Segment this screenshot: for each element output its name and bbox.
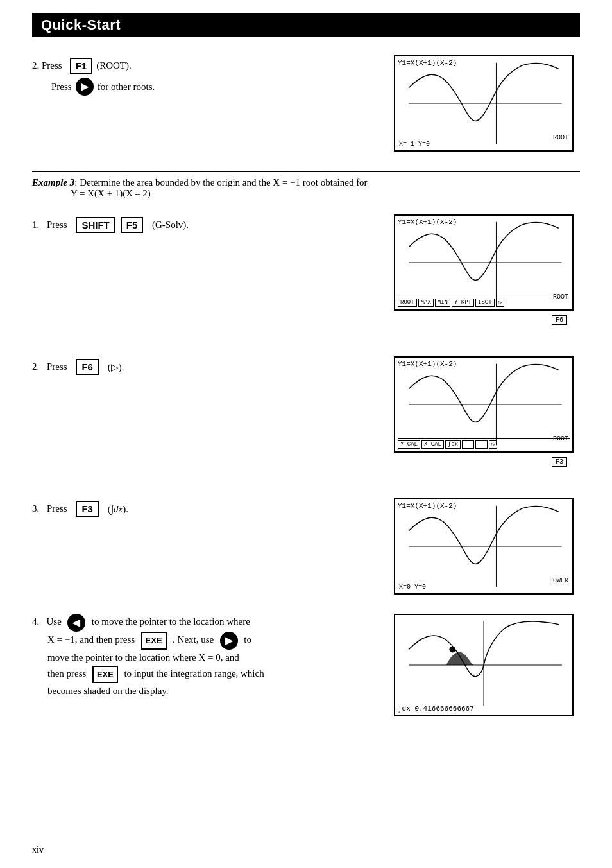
menu-max: MAX [418, 299, 434, 307]
menu2-arrow: ▷ [489, 440, 497, 449]
ex3-step4-line3: move the pointer to the location where X… [47, 650, 289, 666]
left-arrow-key: ◀ [67, 614, 85, 632]
ex3-step4-line1: 4. Use ◀ to move the pointer to the loca… [32, 614, 289, 632]
ex3-step1-screen-wrapper: Y1=X(X+1)(X-2) ROOT ROOT MAX MIN Y-KPT I… [394, 214, 580, 324]
ex3-step3-section: 3. Press F3 (∫dx). Y1=X(X+1)(X-2) LOWER … [32, 498, 580, 595]
ex3-screen1-title: Y1=X(X+1)(X-2) [398, 218, 457, 226]
ex3-step4-line2-c: to [244, 634, 251, 645]
step2-root-screen: Y1=X(X+1)(X-2) ROOT X=-1 Y=0 [394, 55, 574, 152]
ex3-screen2-menu: Y-CAL X-CAL ∫dx ▷ [398, 438, 570, 449]
example3-label: Example [32, 177, 67, 187]
ex3-step4-text: 4. Use ◀ to move the pointer to the loca… [32, 614, 302, 699]
menu2-empty2 [475, 440, 488, 449]
ex3-step1-before: Press [47, 220, 67, 230]
f1-key: F1 [70, 58, 93, 74]
page-title: Quick-Start [41, 17, 121, 33]
example3-block: Example 3: Determine the area bounded by… [32, 171, 580, 199]
menu-root: ROOT [398, 299, 417, 307]
step2-sub-before: Press [51, 82, 72, 92]
ex3-step4-line3-text: move the pointer to the location where X… [47, 652, 239, 663]
ex3-step4-use: Use [47, 616, 62, 627]
ex3-step4-screen: ∫dx=0.416666666667 [394, 614, 574, 716]
ex3-step1-text: 1. Press SHIFT F5 (G-Solv). [32, 214, 394, 237]
right-arrow-key: ▶ [76, 78, 94, 96]
menu-arrow: ▷ [496, 299, 504, 307]
step2-sub-after: for other roots. [98, 82, 155, 92]
screen1-graph [395, 56, 572, 150]
exe-key2: EXE [92, 666, 118, 683]
ex3-screen3-title: Y1=X(X+1)(X-2) [398, 502, 457, 510]
step2-root-section: 2. Press F1 (ROOT). Press ▶ for other ro… [32, 55, 580, 152]
ex3-step3-screen-wrapper: Y1=X(X+1)(X-2) LOWER X=0 Y=0 [394, 498, 580, 595]
step2-root-text: 2. Press F1 (ROOT). Press ▶ for other ro… [32, 55, 394, 100]
ex3-screen3-label: LOWER [549, 577, 568, 584]
page-number: xiv [32, 845, 44, 855]
ex3-step4-line4-a: then press [47, 668, 86, 679]
f5-key: F5 [121, 217, 144, 233]
ex3-step2-number: 2. [32, 361, 39, 372]
ex3-step1-after: (G-Solv). [152, 220, 189, 230]
example3-title-line: Example 3: Determine the area bounded by… [32, 177, 580, 188]
right-arrow-key2: ▶ [220, 632, 238, 650]
screen1-label: ROOT [553, 134, 568, 141]
f6-badge: F6 [552, 315, 567, 325]
f3-key: F3 [76, 501, 99, 517]
menu2-xcal: X-CAL [421, 440, 444, 449]
ex3-step2-before: Press [47, 361, 67, 372]
menu2-intdx: ∫dx [445, 440, 461, 449]
ex3-step4-text2: to move the pointer to the location wher… [92, 616, 250, 627]
page: Quick-Start 2. Press F1 (ROOT). Press ▶ … [0, 0, 612, 868]
example3-equation: Y = X(X + 1)(X – 2) [71, 188, 580, 199]
ex3-screen1-graph [395, 216, 572, 309]
ex3-screen2-title: Y1=X(X+1)(X-2) [398, 360, 457, 368]
ex3-step1-screen: Y1=X(X+1)(X-2) ROOT ROOT MAX MIN Y-KPT I… [394, 214, 574, 311]
ex3-step4-line5: becomes shaded on the display. [47, 683, 289, 699]
ex3-step3-number: 3. [32, 503, 39, 514]
ex3-step4-num: 4. [32, 616, 39, 627]
ex3-step2-screen: Y1=X(X+1)(X-2) ROOT Y-CAL X-CAL ∫dx ▷ [394, 356, 574, 453]
step2-number: 2. Press [32, 60, 62, 71]
ex3-step2-text: 2. Press F6 (▷). [32, 356, 394, 379]
step2-root-line1: 2. Press F1 (ROOT). [32, 58, 381, 74]
ex3-screen1-menu: ROOT MAX MIN Y-KPT ISCT ▷ [398, 297, 570, 307]
ex3-step1-section: 1. Press SHIFT F5 (G-Solv). Y1=X(X+1)(X-… [32, 214, 580, 337]
ex3-step4-line2: X = −1, and then press EXE . Next, use ▶… [47, 632, 289, 650]
ex3-screen3-graph [395, 499, 572, 593]
ex3-screen4-result: ∫dx=0.416666666667 [398, 705, 474, 713]
ex3-screen3-bottom: X=0 Y=0 [399, 584, 426, 591]
screen1-bottom: X=-1 Y=0 [399, 141, 430, 148]
example3-description: Determine the area bounded by the origin… [80, 177, 367, 187]
ex3-step3-after: (∫dx). [108, 503, 128, 515]
ex3-step2-line: 2. Press F6 (▷). [32, 359, 381, 375]
ex3-step4-line5-text: becomes shaded on the display. [47, 686, 169, 696]
ex3-step1-number: 1. [32, 220, 39, 230]
menu2-empty1 [462, 440, 474, 449]
f3-badge: F3 [552, 457, 567, 467]
ex3-step2-screen-wrapper: Y1=X(X+1)(X-2) ROOT Y-CAL X-CAL ∫dx ▷ [394, 356, 580, 466]
ex3-step4-section: 4. Use ◀ to move the pointer to the loca… [32, 614, 580, 716]
ex3-step2-after: (▷). [108, 361, 124, 373]
example3-colon: : [74, 177, 77, 187]
shift-key: SHIFT [76, 217, 115, 233]
menu-ykpt: Y-KPT [452, 299, 474, 307]
step2-root-mid: (ROOT). [96, 60, 132, 71]
menu2-ycal: Y-CAL [398, 440, 420, 449]
ex3-screen2-graph [395, 358, 572, 451]
ex3-step3-line: 3. Press F3 (∫dx). [32, 501, 381, 517]
menu-min: MIN [435, 299, 450, 307]
example3-number: 3 [67, 177, 74, 187]
ex3-step4-line2-a: X = −1, and then press [47, 634, 135, 645]
menu-isct: ISCT [475, 299, 495, 307]
page-header: Quick-Start [32, 13, 580, 37]
ex3-step4-line4-b: to input the integration range, which [124, 668, 264, 679]
screen1-title: Y1=X(X+1)(X-2) [398, 59, 457, 67]
ex3-step4-line2-b: . Next, use [173, 634, 214, 645]
ex3-step4-screen-wrapper: ∫dx=0.416666666667 [394, 614, 580, 716]
step2-root-screen-wrapper: Y1=X(X+1)(X-2) ROOT X=-1 Y=0 [394, 55, 580, 152]
ex3-step2-section: 2. Press F6 (▷). Y1=X(X+1)(X-2) ROOT [32, 356, 580, 479]
ex3-step1-line: 1. Press SHIFT F5 (G-Solv). [32, 217, 381, 233]
exe-key1: EXE [141, 632, 167, 649]
ex3-step3-screen: Y1=X(X+1)(X-2) LOWER X=0 Y=0 [394, 498, 574, 595]
ex3-step3-text: 3. Press F3 (∫dx). [32, 498, 394, 521]
step2-root-line2: Press ▶ for other roots. [51, 78, 381, 96]
